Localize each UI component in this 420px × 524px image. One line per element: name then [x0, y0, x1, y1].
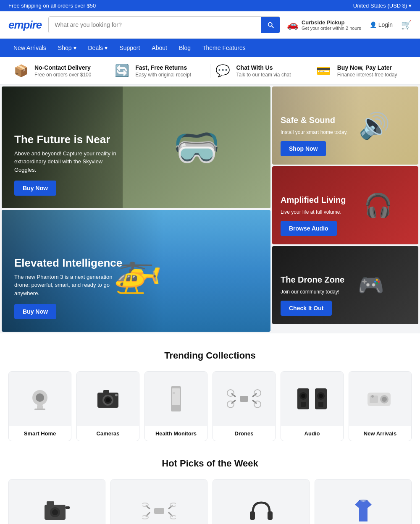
drone-icon — [227, 384, 261, 414]
collection-health-monitors[interactable]: Health Monitors — [144, 371, 207, 441]
drones-collection-image — [213, 372, 275, 426]
user-icon: 👤 — [370, 21, 377, 28]
svg-rect-12 — [173, 393, 175, 393]
search-button[interactable] — [261, 17, 280, 33]
feature-delivery-subtitle: Free on orders over $100 — [34, 72, 91, 78]
header-actions: 🚗 Curbside Pickup Get your order within … — [287, 19, 412, 31]
login-button[interactable]: 👤 Login — [370, 21, 393, 28]
collection-new-arrivals[interactable]: New Arrivals — [349, 371, 412, 441]
trending-title: Trending Collections — [8, 350, 412, 361]
product-card-1[interactable] — [110, 479, 207, 524]
collection-drones[interactable]: Drones — [213, 371, 276, 441]
feature-pay-later-subtitle: Finance interest-free today — [337, 72, 397, 78]
product-card-2[interactable] — [213, 479, 310, 524]
car-icon: 🚗 — [287, 19, 298, 30]
region-selector[interactable]: United States (USD $) ▾ — [353, 3, 412, 9]
product-card-0[interactable] — [8, 479, 105, 524]
curbside-pickup: 🚗 Curbside Pickup Get your order within … — [287, 19, 361, 31]
drone-buy-now-button[interactable]: Buy Now — [14, 304, 56, 319]
svg-point-42 — [142, 503, 148, 506]
header: empire 🚗 Curbside Pickup Get your order … — [0, 11, 420, 39]
drone-zone-banner: 🎮 The Drone Zone Join our community toda… — [272, 246, 418, 324]
nav-about[interactable]: About — [147, 40, 172, 55]
trending-section: Trending Collections Smart Home — [0, 333, 420, 458]
cart-button[interactable]: 🛒 — [401, 20, 412, 30]
main-nav: New Arrivals Shop ▾ Deals ▾ Support Abou… — [0, 39, 420, 57]
drones-label: Drones — [213, 426, 275, 441]
vr-buy-now-button[interactable]: Buy Now — [14, 181, 56, 196]
svg-point-34 — [371, 395, 374, 398]
svg-rect-13 — [240, 396, 248, 402]
svg-point-38 — [52, 509, 58, 515]
audio-title: Amplified Living — [281, 195, 346, 205]
smart-shop-now-button[interactable]: Shop Now — [281, 141, 326, 156]
cameras-label: Cameras — [77, 426, 139, 441]
new-arrivals-label: New Arrivals — [349, 426, 411, 441]
top-banner: Free shipping on all orders over $50 Uni… — [0, 0, 420, 11]
product-image-2 — [213, 479, 309, 524]
drone-banner-content: Elevated Intelligence The new Phantom 3 … — [14, 257, 123, 320]
collection-audio[interactable]: Audio — [281, 371, 344, 441]
svg-rect-11 — [172, 388, 180, 405]
drone-subtitle: The new Phantom 3 is a next generation d… — [14, 273, 123, 298]
feature-pay-later: 💳 Buy Now, Pay Later Finance interest-fr… — [311, 64, 412, 78]
svg-rect-25 — [301, 402, 306, 407]
audio-banner: 🎧 Amplified Living Live your life at ful… — [272, 166, 418, 244]
feature-bar: 📦 No-Contact Delivery Free on orders ove… — [0, 57, 420, 85]
free-shipping-text: Free shipping on all orders over $50 — [8, 3, 96, 9]
drone-product-icon — [142, 496, 176, 524]
nav-blog[interactable]: Blog — [174, 40, 196, 55]
product-card-3[interactable] — [315, 479, 412, 524]
svg-rect-50 — [268, 511, 273, 520]
smart-banner-content: Safe & Sound Install your smart home tod… — [281, 115, 348, 156]
svg-rect-36 — [47, 501, 54, 506]
svg-rect-39 — [66, 506, 70, 509]
svg-rect-40 — [154, 508, 164, 514]
delivery-icon: 📦 — [13, 64, 29, 78]
clothing-product-icon — [351, 496, 376, 524]
audio-browse-button[interactable]: Browse Audio — [281, 221, 337, 236]
drone-zone-check-button[interactable]: Check It Out — [281, 301, 332, 316]
svg-rect-49 — [250, 511, 255, 520]
svg-point-7 — [106, 398, 110, 402]
nav-new-arrivals[interactable]: New Arrivals — [8, 40, 51, 55]
chevron-down-icon: ▾ — [105, 45, 108, 51]
search-input[interactable] — [49, 17, 261, 33]
search-bar — [48, 16, 280, 33]
nav-theme-features[interactable]: Theme Features — [197, 40, 251, 55]
svg-point-21 — [254, 401, 261, 408]
feature-returns: 🔄 Fast, Free Returns Easy with original … — [109, 64, 210, 78]
feature-chat-title: Chat With Us — [236, 64, 291, 71]
health-monitor-icon — [163, 384, 189, 414]
nav-support[interactable]: Support — [114, 40, 145, 55]
cameras-collection-image — [77, 372, 139, 426]
pay-later-icon: 💳 — [315, 64, 332, 78]
svg-point-28 — [319, 394, 323, 398]
feature-returns-title: Fast, Free Returns — [135, 64, 191, 71]
vr-subtitle: Above and beyond! Capture your reality i… — [14, 149, 123, 174]
camera-icon — [93, 384, 123, 414]
drone-title: Elevated Intelligence — [14, 257, 123, 270]
projector-icon — [363, 384, 397, 414]
curbside-title: Curbside Pickup — [302, 19, 361, 26]
product-image-1 — [111, 479, 207, 524]
audio-subtitle: Live your life at full volume. — [281, 208, 346, 216]
collection-cameras[interactable]: Cameras — [76, 371, 139, 441]
nav-deals[interactable]: Deals ▾ — [83, 40, 113, 55]
smart-home-collection-image — [9, 372, 71, 426]
health-monitors-collection-image — [145, 372, 207, 426]
chat-icon: 💬 — [215, 64, 231, 78]
feature-no-contact: 📦 No-Contact Delivery Free on orders ove… — [8, 64, 109, 78]
camera-product-icon — [42, 496, 72, 524]
svg-rect-33 — [370, 396, 378, 403]
nav-shop[interactable]: Shop ▾ — [53, 40, 81, 55]
collection-smart-home[interactable]: Smart Home — [8, 371, 71, 441]
audio-speakers-icon — [295, 384, 329, 414]
hot-picks-grid — [8, 479, 412, 524]
health-monitors-label: Health Monitors — [145, 426, 207, 441]
svg-rect-29 — [318, 402, 323, 407]
smart-home-icon — [25, 384, 55, 414]
feature-chat-subtitle: Talk to our team via chat — [236, 72, 291, 78]
logo[interactable]: empire — [8, 18, 42, 31]
svg-point-9 — [115, 394, 118, 396]
